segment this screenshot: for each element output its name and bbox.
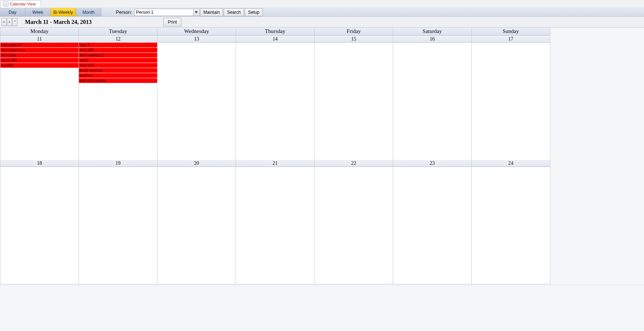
person-combobox[interactable] — [134, 9, 199, 16]
date-header: 18 — [0, 160, 79, 167]
maintain-button[interactable]: Maintain — [200, 8, 223, 16]
day-cell[interactable] — [315, 43, 393, 160]
date-header: 13 — [157, 35, 236, 42]
person-input[interactable] — [135, 9, 193, 16]
week-body-row — [0, 167, 550, 284]
date-header: 14 — [236, 35, 315, 42]
view-tab-biweekly[interactable]: Bi-Weekly — [51, 8, 76, 16]
search-button[interactable]: Search — [224, 8, 244, 16]
day-cell[interactable] — [79, 167, 157, 284]
view-toolbar: DayWeekBi-WeeklyMonth Person: Maintain S… — [0, 8, 644, 17]
date-header: 20 — [157, 160, 236, 167]
view-tab-week[interactable]: Week — [25, 8, 51, 16]
date-range-label: March 11 - March 24, 2013 — [25, 19, 92, 25]
day-cell[interactable]: test early Mtest triple ovetest newtest1… — [0, 43, 79, 160]
date-header: 16 — [393, 35, 472, 42]
day-cell[interactable] — [315, 167, 393, 284]
date-header: 23 — [393, 160, 472, 167]
chevron-down-icon — [195, 11, 198, 13]
view-tabs: DayWeekBi-WeeklyMonth — [0, 8, 101, 16]
date-header: 19 — [79, 160, 157, 167]
person-label: Person: — [112, 8, 134, 16]
calendar-event[interactable]: test mid overla — [79, 78, 157, 83]
dropdown-button[interactable] — [193, 9, 199, 16]
weekday-header: Saturday — [393, 28, 472, 35]
calendar-event[interactable]: test3M — [0, 63, 79, 68]
calendar-event[interactable]: testTu1 — [79, 73, 157, 78]
day-cell[interactable] — [236, 167, 315, 284]
weekday-header: Friday — [315, 28, 393, 35]
next-button[interactable]: > — [7, 18, 12, 26]
calendar-event[interactable]: test 330 — [79, 48, 157, 53]
calendar-event[interactable]: test overlap 2 — [79, 53, 157, 58]
weekday-header-row: MondayTuesdayWednesdayThursdayFridaySatu… — [0, 28, 550, 35]
document-tab-label: Calendar View — [10, 2, 35, 6]
calendar-event[interactable]: test new — [0, 53, 79, 58]
weekday-header: Sunday — [472, 28, 550, 35]
calendar-event[interactable]: test2 overlap — [79, 68, 157, 73]
weekday-header: Wednesday — [157, 28, 236, 35]
day-cell[interactable] — [393, 167, 472, 284]
date-header: 22 — [315, 160, 393, 167]
day-cell[interactable] — [472, 167, 550, 284]
week-body-row: test early Mtest triple ovetest newtest1… — [0, 43, 550, 160]
day-cell[interactable] — [157, 167, 236, 284]
calendar-event[interactable]: test 530 — [79, 63, 157, 68]
view-tab-day[interactable]: Day — [0, 8, 25, 16]
date-header: 24 — [472, 160, 550, 167]
date-header-row: 11121314151617 — [0, 35, 550, 43]
form-icon — [3, 1, 8, 7]
document-tab-calendar-view[interactable]: Calendar View — [1, 0, 41, 8]
up-button[interactable]: ^ — [12, 18, 17, 26]
calendar-event[interactable]: test triple ove — [0, 48, 79, 53]
date-header: 17 — [472, 35, 550, 42]
view-tab-month[interactable]: Month — [76, 8, 101, 16]
weekday-header: Tuesday — [79, 28, 157, 35]
prev-button[interactable]: < — [1, 18, 7, 26]
day-cell[interactable] — [0, 167, 79, 284]
day-cell[interactable] — [472, 43, 550, 160]
setup-button[interactable]: Setup — [245, 8, 262, 16]
weekday-header: Monday — [0, 28, 79, 35]
document-tab-strip: Calendar View — [0, 0, 644, 8]
day-cell[interactable] — [236, 43, 315, 160]
calendar-event[interactable]: test5 — [79, 58, 157, 63]
date-header: 12 — [79, 35, 157, 42]
day-cell[interactable] — [393, 43, 472, 160]
day-cell[interactable] — [157, 43, 236, 160]
calendar-event[interactable]: test early M — [0, 43, 79, 48]
calendar-grid: MondayTuesdayWednesdayThursdayFridaySatu… — [0, 28, 550, 284]
calendar-event[interactable]: test 3 — [79, 43, 157, 48]
date-header: 11 — [0, 35, 79, 42]
navigation-bar: < > ^ March 11 - March 24, 2013 Print — [0, 17, 644, 28]
day-cell[interactable]: test 3test 330test overlap 2test5test 53… — [79, 43, 157, 160]
weekday-header: Thursday — [236, 28, 315, 35]
date-header-row: 18192021222324 — [0, 160, 550, 167]
date-header: 21 — [236, 160, 315, 167]
print-button[interactable]: Print — [163, 18, 182, 26]
date-header: 15 — [315, 35, 393, 42]
calendar-event[interactable]: test1-5M — [0, 58, 79, 63]
